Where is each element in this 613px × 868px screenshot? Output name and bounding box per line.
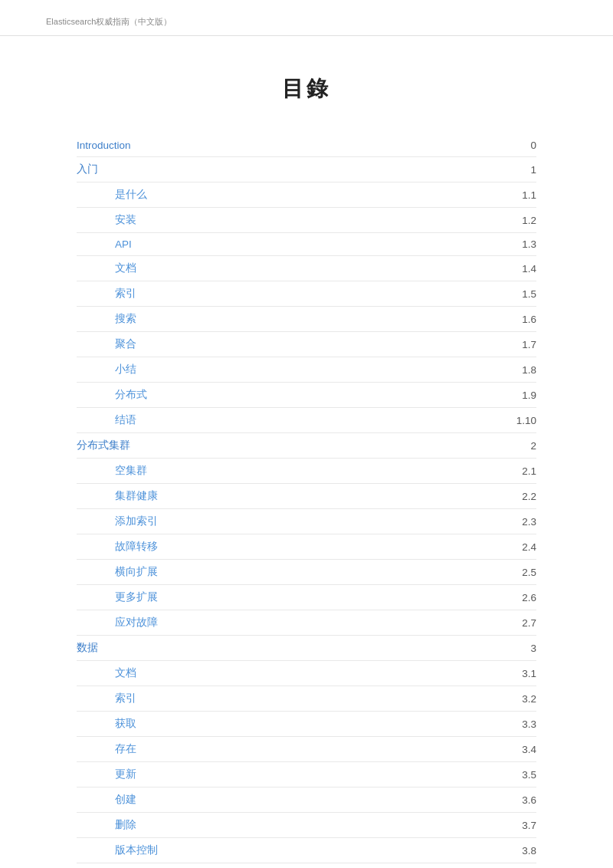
toc-number-cell: 3 (445, 636, 536, 661)
toc-label-cell: API (77, 233, 445, 256)
toc-link[interactable]: 存在 (77, 743, 136, 755)
toc-link[interactable]: 结语 (77, 414, 136, 426)
toc-label-cell: 安装 (77, 208, 445, 233)
toc-link[interactable]: 删除 (77, 819, 136, 830)
toc-link[interactable]: 索引 (77, 692, 136, 704)
toc-label-cell: 文档 (77, 661, 445, 686)
toc-row[interactable]: 故障转移2.4 (77, 534, 536, 560)
toc-link[interactable]: 版本控制 (77, 844, 158, 856)
toc-row[interactable]: 聚合1.7 (77, 332, 536, 357)
toc-row[interactable]: 空集群2.1 (77, 459, 536, 484)
toc-row[interactable]: 入门1 (77, 157, 536, 182)
toc-row[interactable]: 是什么1.1 (77, 182, 536, 208)
toc-label-cell: Introduction (77, 134, 445, 157)
toc-link[interactable]: 分布式集群 (77, 439, 130, 451)
toc-number-cell: 1.7 (445, 332, 536, 357)
toc-number-cell: 1.3 (445, 233, 536, 256)
toc-number-cell: 2.3 (445, 509, 536, 534)
toc-row[interactable]: 存在3.4 (77, 737, 536, 762)
toc-link[interactable]: 横向扩展 (77, 566, 158, 577)
toc-link[interactable]: 是什么 (77, 189, 147, 200)
toc-row[interactable]: 小结1.8 (77, 357, 536, 383)
toc-label-cell: 版本控制 (77, 838, 445, 863)
toc-number-cell: 2.7 (445, 610, 536, 636)
toc-row[interactable]: 结语1.10 (77, 408, 536, 433)
toc-label-cell: 获取 (77, 712, 445, 737)
toc-link[interactable]: 安装 (77, 214, 136, 225)
toc-label-cell: 空集群 (77, 459, 445, 484)
toc-link[interactable]: 更新 (77, 768, 136, 780)
toc-row[interactable]: 文档1.4 (77, 256, 536, 281)
toc-label-cell: 聚合 (77, 332, 445, 357)
toc-link[interactable]: 更多扩展 (77, 591, 158, 603)
toc-number-cell: 1.2 (445, 208, 536, 233)
toc-label-cell: 分布式集群 (77, 433, 445, 459)
toc-label-cell: 更新 (77, 762, 445, 787)
page-title: 目錄 (77, 74, 536, 104)
toc-row[interactable]: 更新3.5 (77, 762, 536, 787)
toc-number-cell: 3.1 (445, 661, 536, 686)
toc-label-cell: 横向扩展 (77, 560, 445, 585)
toc-number-cell: 1.8 (445, 357, 536, 383)
toc-row[interactable]: 创建3.6 (77, 787, 536, 813)
toc-link[interactable]: 索引 (77, 288, 136, 299)
toc-link[interactable]: 应对故障 (77, 616, 158, 628)
toc-link[interactable]: Introduction (77, 140, 131, 151)
header-title: Elasticsearch权威指南（中文版） (46, 17, 172, 26)
toc-row[interactable]: 索引3.2 (77, 686, 536, 712)
toc-link[interactable]: 搜索 (77, 313, 136, 324)
toc-row[interactable]: 集群健康2.2 (77, 484, 536, 509)
toc-number-cell: 2.5 (445, 560, 536, 585)
toc-link[interactable]: 文档 (77, 262, 136, 274)
toc-row[interactable]: 版本控制3.8 (77, 838, 536, 863)
toc-number-cell: 3.4 (445, 737, 536, 762)
toc-number-cell: 3.6 (445, 787, 536, 813)
toc-number-cell: 1.5 (445, 281, 536, 307)
toc-link[interactable]: 获取 (77, 718, 136, 729)
toc-row[interactable]: API1.3 (77, 233, 536, 256)
toc-row[interactable]: 索引1.5 (77, 281, 536, 307)
toc-row[interactable]: 删除3.7 (77, 813, 536, 838)
toc-row[interactable]: 局部更新3.9 (77, 863, 536, 869)
toc-number-cell: 3.5 (445, 762, 536, 787)
toc-row[interactable]: 添加索引2.3 (77, 509, 536, 534)
toc-label-cell: 更多扩展 (77, 585, 445, 610)
toc-row[interactable]: 分布式1.9 (77, 383, 536, 408)
toc-link[interactable]: 入门 (77, 163, 98, 175)
toc-row[interactable]: 横向扩展2.5 (77, 560, 536, 585)
toc-link[interactable]: 小结 (77, 363, 136, 375)
toc-label-cell: 分布式 (77, 383, 445, 408)
toc-row[interactable]: 分布式集群2 (77, 433, 536, 459)
toc-link[interactable]: 集群健康 (77, 490, 158, 501)
toc-number-cell: 3.9 (445, 863, 536, 869)
toc-label-cell: 索引 (77, 686, 445, 712)
toc-row[interactable]: 数据3 (77, 636, 536, 661)
page: Elasticsearch权威指南（中文版） 目錄 Introduction0入… (0, 0, 613, 868)
toc-link[interactable]: 聚合 (77, 338, 136, 350)
toc-label-cell: 数据 (77, 636, 445, 661)
toc-link[interactable]: 文档 (77, 667, 136, 679)
toc-link[interactable]: 添加索引 (77, 515, 158, 527)
toc-number-cell: 3.8 (445, 838, 536, 863)
toc-link[interactable]: 故障转移 (77, 541, 158, 552)
toc-label-cell: 搜索 (77, 307, 445, 332)
toc-number-cell: 1.9 (445, 383, 536, 408)
toc-row[interactable]: Introduction0 (77, 134, 536, 157)
toc-label-cell: 是什么 (77, 182, 445, 208)
toc-link[interactable]: 创建 (77, 794, 136, 805)
toc-label-cell: 应对故障 (77, 610, 445, 636)
toc-link[interactable]: 数据 (77, 642, 98, 653)
toc-label-cell: 结语 (77, 408, 445, 433)
toc-link[interactable]: 空集群 (77, 465, 147, 476)
toc-link[interactable]: 分布式 (77, 389, 147, 400)
toc-label-cell: 小结 (77, 357, 445, 383)
toc-link[interactable]: API (77, 238, 132, 250)
toc-row[interactable]: 应对故障2.7 (77, 610, 536, 636)
toc-row[interactable]: 获取3.3 (77, 712, 536, 737)
toc-row[interactable]: 搜索1.6 (77, 307, 536, 332)
toc-number-cell: 2.4 (445, 534, 536, 560)
toc-row[interactable]: 安装1.2 (77, 208, 536, 233)
toc-number-cell: 2 (445, 433, 536, 459)
toc-row[interactable]: 更多扩展2.6 (77, 585, 536, 610)
toc-row[interactable]: 文档3.1 (77, 661, 536, 686)
